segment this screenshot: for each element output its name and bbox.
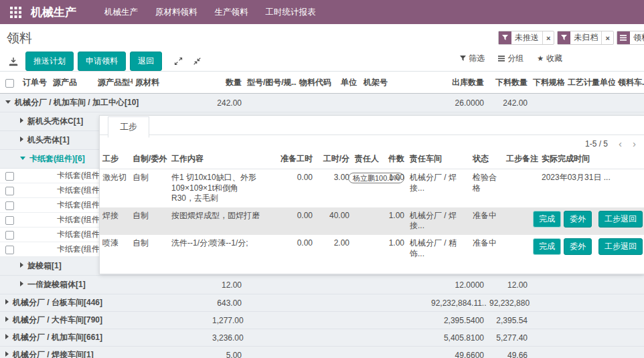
group-row[interactable]: 机械分厂 / 机加车间[661]3,236.005,405.81005,277.… — [0, 329, 644, 347]
caret-right-icon — [20, 262, 23, 268]
workshop-cell: 机械分厂 / 焊接... — [407, 169, 470, 207]
facet-remove-icon[interactable]: × — [601, 31, 613, 44]
finish-button[interactable]: 完成 — [533, 238, 561, 255]
facet-not-archived[interactable]: 未归档 × — [557, 31, 613, 45]
column-header[interactable]: 物料代码 — [297, 72, 338, 94]
workstep-column-header[interactable]: 准备工时 — [262, 149, 315, 169]
row-checkbox-cell — [0, 183, 20, 198]
minutes-cell: 2.00 — [315, 235, 352, 262]
row-checkbox[interactable] — [5, 216, 14, 225]
control-panel: 领料 推送计划 申请领料 退回 — [0, 24, 644, 71]
facet-not-pushed[interactable]: 未推送 × — [498, 31, 554, 45]
workstep-column-header[interactable]: 责任车间 — [407, 149, 470, 169]
pager-next-icon[interactable]: › — [633, 139, 636, 149]
work-content-cell: 按图煨焊成型，固焊打磨 — [169, 207, 262, 235]
pieces-cell: 1.00 — [386, 207, 407, 235]
workstep-column-header[interactable]: 工步 — [100, 149, 130, 169]
worksteps-pager: 1-5 / 5 ‹ › — [100, 135, 644, 149]
menu-item-production-picking[interactable]: 生产领料 — [215, 7, 248, 18]
group-out-qty-cell: 5,405.8100 — [428, 329, 487, 347]
caret-right-icon — [20, 118, 23, 123]
work-content-cell: 件1 切10x10缺口、外形109×109×1t和倒角R30，去毛刺 — [169, 169, 262, 207]
filters-button[interactable]: 筛选 — [460, 53, 485, 64]
row-checkbox[interactable] — [5, 172, 14, 181]
column-header[interactable]: 下料规格 — [530, 72, 565, 94]
workstep-row[interactable]: 喷漆自制洗件--1/分;喷漆--1/分;0.002.001.00机械分厂 / 精… — [100, 235, 644, 262]
workstep-row[interactable]: 激光切自制件1 切10x10缺口、外形109×109×1t和倒角R30，去毛刺0… — [100, 169, 644, 207]
column-header[interactable]: 源产品型号/图... — [95, 72, 133, 94]
group-row[interactable]: 机械分厂 / 台板车间[446]643.0092,232,884.11...92… — [0, 294, 644, 312]
column-header[interactable]: 领料车... — [615, 72, 644, 94]
groupby-button[interactable]: 分组 — [498, 53, 524, 64]
pieces-cell: 1.00 — [386, 169, 407, 207]
worksteps-overlay: 工步 1-5 / 5 ‹ › 工步自制/委外工作内容准备工时工时/分责任人件数责… — [99, 115, 644, 274]
group-cut-qty-cell: 12.00 — [487, 276, 530, 294]
outsource-button[interactable]: 委外 — [564, 211, 592, 228]
group-out-qty-cell: 92,232,884.11... — [428, 294, 487, 312]
workstep-column-header[interactable]: 工时/分 — [315, 149, 352, 169]
tab-worksteps[interactable]: 工步 — [108, 116, 149, 138]
facet-groupby-workshop[interactable]: 领料车间 > 源 — [617, 31, 644, 45]
column-header[interactable]: 下料数量 — [487, 72, 530, 94]
column-header[interactable]: 出库数量 — [428, 72, 487, 94]
group-row[interactable]: 机械分厂 / 焊接车间[1]5.0049.660049.66 — [0, 347, 644, 358]
workstep-column-header[interactable]: 件数 — [386, 149, 407, 169]
push-plan-button[interactable]: 推送计划 — [25, 52, 74, 71]
row-checkbox[interactable] — [5, 231, 14, 240]
menu-item-worktime-report[interactable]: 工时统计报表 — [266, 7, 316, 18]
menu-item-machinery-production[interactable]: 机械生产 — [104, 7, 138, 18]
column-header[interactable]: 原材料 — [133, 72, 210, 94]
group-row[interactable]: 机械分厂 / 大件车间[790]1,277.002,395.54002,395.… — [0, 312, 644, 329]
workstep-column-header[interactable]: 实际完成时间 — [539, 149, 644, 169]
workstep-column-header[interactable]: 状态 — [470, 149, 503, 169]
menu-item-raw-material-picking[interactable]: 原材料领料 — [155, 7, 197, 18]
group-row[interactable]: 一倍旋梭箱体[1]12.0012.000012.00 — [0, 276, 644, 294]
list-header-row: 订单号源产品源产品型号/图...原材料数量型号/图号/规...物料代码单位机架号… — [0, 72, 644, 94]
prep-hours-cell: 0.00 — [262, 235, 315, 262]
finish-button[interactable]: 完成 — [533, 211, 561, 228]
app-brand[interactable]: 机械生产 — [31, 5, 76, 20]
finish-time-cell: 2023年03月31日 ... — [539, 169, 644, 207]
column-header[interactable]: 数量 — [210, 72, 244, 94]
group-row[interactable]: 机械分厂 / 机加车间 / 加工中心[10]242.0026.0000242.0… — [0, 94, 644, 112]
workstep-column-header[interactable]: 自制/委外 — [130, 149, 169, 169]
row-checkbox[interactable] — [5, 201, 14, 210]
expand-all-icon[interactable] — [171, 54, 185, 70]
workshop-cell: 机械分厂 / 精饰... — [407, 235, 470, 262]
workstep-column-header[interactable]: 责任人 — [352, 149, 386, 169]
request-material-button[interactable]: 申请领料 — [78, 52, 126, 71]
collapse-all-icon[interactable] — [190, 54, 204, 70]
group-qty-cell: 1,277.00 — [210, 312, 244, 329]
row-checkbox[interactable] — [5, 187, 14, 195]
group-spacer — [530, 94, 644, 112]
workstep-column-header[interactable]: 工步备注 — [503, 149, 539, 169]
apps-grid-icon[interactable] — [0, 7, 31, 18]
filter-icon — [558, 31, 570, 44]
return-button[interactable]: 退回 — [130, 52, 162, 71]
status-cell: 检验合格 — [470, 169, 503, 207]
step-return-button[interactable]: 工步退回 — [598, 211, 643, 228]
facet-remove-icon[interactable]: × — [542, 31, 554, 44]
pager-range: 1-5 / 5 — [585, 139, 608, 149]
export-download-icon[interactable] — [7, 54, 20, 70]
group-out-qty-cell: 49.6600 — [428, 347, 487, 358]
column-header[interactable]: 机架号 — [361, 72, 428, 94]
column-header[interactable]: 型号/图号/规... — [244, 72, 297, 94]
row-checkbox-cell — [0, 228, 20, 242]
group-cut-qty-cell: 5,277.40 — [487, 329, 530, 347]
step-return-button[interactable]: 工步退回 — [598, 238, 643, 255]
workstep-row[interactable]: 焊接自制按图煨焊成型，固焊打磨0.0040.001.00机械分厂 / 焊接...… — [100, 207, 644, 235]
column-header[interactable]: 工艺计量单位 — [565, 72, 615, 94]
workstep-column-header[interactable]: 工作内容 — [169, 149, 262, 169]
pager-prev-icon[interactable]: ‹ — [619, 139, 622, 149]
row-checkbox-cell — [0, 198, 20, 213]
group-label-cell: 机械分厂 / 焊接车间[1] — [0, 347, 210, 358]
column-header[interactable]: 源产品 — [50, 72, 95, 94]
column-header[interactable]: 订单号 — [20, 72, 50, 94]
favorites-button[interactable]: ★ 收藏 — [537, 53, 562, 64]
workstep-name-cell: 喷漆 — [100, 235, 130, 262]
select-all-checkbox[interactable] — [5, 79, 14, 88]
row-checkbox[interactable] — [5, 246, 14, 254]
outsource-button[interactable]: 委外 — [564, 238, 592, 255]
column-header[interactable]: 单位 — [338, 72, 361, 94]
